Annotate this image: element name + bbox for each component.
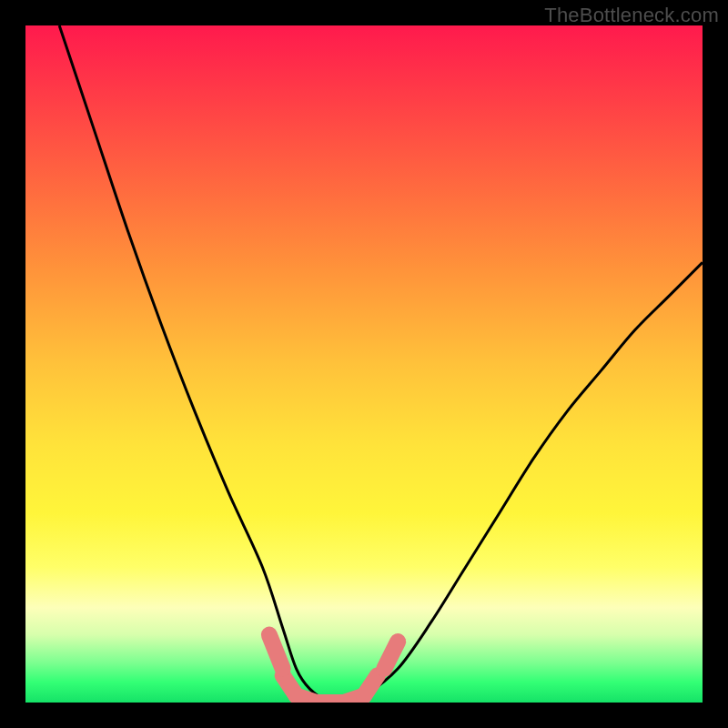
marker-nub-left: [269, 635, 283, 669]
marker-nub-right: [384, 642, 398, 669]
watermark-text: TheBottleneck.com: [544, 4, 719, 27]
bottleneck-curve: [25, 25, 703, 703]
chart-plot-area: [25, 25, 703, 703]
chart-frame: TheBottleneck.com: [0, 0, 728, 728]
marker-segment: [364, 675, 378, 695]
curve-path: [59, 25, 703, 703]
